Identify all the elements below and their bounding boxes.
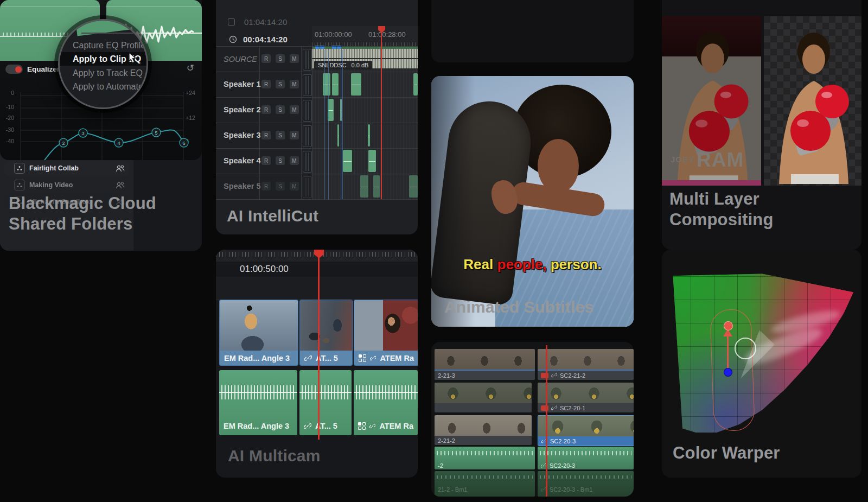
boxer-figure: [764, 20, 861, 186]
solo-button[interactable]: S: [276, 80, 285, 88]
menu-item-apply-automate[interactable]: Apply to Automate: [60, 80, 146, 93]
level-meter: [303, 49, 312, 71]
warp-target-point[interactable]: [724, 321, 733, 331]
video-clip[interactable]: [435, 383, 532, 412]
clip-label: SC2-20-3: [538, 461, 634, 469]
project-library-item[interactable]: Fairlight Collab: [4, 161, 129, 176]
track-name: Speaker 2: [224, 105, 261, 114]
feature-grid-page: Cloud Storage BETA All Storage Cloud Fol…: [0, 0, 868, 502]
ruler-timecode: 01:00:28:00: [368, 30, 406, 39]
solo-button[interactable]: S: [276, 54, 285, 63]
flag-line: [341, 50, 341, 199]
row-divider: [216, 72, 418, 72]
link-icon: [304, 422, 311, 430]
clock-icon: [229, 35, 237, 43]
audio-clip-atem[interactable]: ATEM Ra: [354, 370, 418, 435]
card-caption: AI Multicam: [228, 446, 321, 466]
mute-button[interactable]: M: [290, 54, 299, 63]
mute-button[interactable]: M: [290, 105, 299, 114]
audio-clip-angle3[interactable]: EM Rad... Angle 3: [219, 370, 297, 435]
row-divider: [216, 174, 418, 174]
multiview-grid-icon: [358, 422, 366, 430]
video-clip[interactable]: 2-21-3: [435, 349, 535, 380]
audio-clip[interactable]: [337, 124, 339, 147]
solo-button[interactable]: S: [276, 105, 285, 114]
audio-clip[interactable]: [368, 124, 370, 147]
solo-button[interactable]: S: [276, 156, 285, 165]
timeline-ruler[interactable]: 01:00:00:00 01:00:28:00: [312, 26, 418, 47]
record-arm-button[interactable]: R: [261, 156, 271, 165]
audio-clip[interactable]: [373, 175, 380, 198]
track-name: Speaker 3: [224, 131, 261, 139]
audio-clip[interactable]: [351, 73, 361, 96]
marker-icon: [228, 18, 235, 26]
level-meter: [303, 125, 312, 147]
audio-clip[interactable]: [332, 73, 339, 96]
shared-users-icon: [116, 182, 125, 189]
audio-clip[interactable]: [360, 175, 368, 198]
video-clip-selected[interactable]: SC2-20-3: [538, 415, 634, 446]
menu-item-capture-eq[interactable]: Capture EQ Profile: [60, 39, 146, 52]
video-clip[interactable]: SC2-20-1: [538, 383, 634, 412]
solo-button[interactable]: S: [276, 131, 285, 139]
audio-clip-at5[interactable]: AT... 5: [299, 370, 352, 435]
eq-node-5: 5: [155, 130, 157, 136]
project-library-label: Making Video: [29, 181, 111, 189]
record-arm-button[interactable]: R: [261, 182, 271, 190]
flag-line: [328, 50, 329, 199]
audio-clip[interactable]: [409, 175, 418, 198]
warp-source-point[interactable]: [724, 368, 732, 377]
card-caption: Multi Layer Compositing: [669, 189, 774, 230]
film-thumbnails: [538, 416, 634, 437]
video-clip[interactable]: SC2-21-2: [538, 349, 634, 380]
timecode-main: 00:04:14:20: [243, 35, 288, 44]
picker-circle[interactable]: [735, 338, 756, 359]
playhead-line[interactable]: [318, 257, 320, 440]
track-name-source: SOURCE: [224, 55, 257, 63]
mute-button[interactable]: M: [290, 182, 299, 190]
clip-gain: 0.0 dB: [352, 62, 369, 68]
multiview-grid-icon: [359, 354, 366, 362]
clip-label-text: ATEM Ra: [379, 422, 413, 430]
video-clip-wide[interactable]: AT... 5: [299, 300, 353, 366]
waveform: [437, 475, 533, 479]
record-arm-button[interactable]: R: [261, 105, 271, 114]
menu-item-apply-track-eq[interactable]: Apply to Track EQ: [60, 66, 146, 80]
audio-clip-dim[interactable]: SC2-20-3 - Bm1: [538, 471, 634, 497]
mute-button[interactable]: M: [290, 80, 299, 88]
film-thumbnails: [435, 383, 532, 404]
audio-clip-dim[interactable]: 21-2 - Bm1: [435, 471, 535, 497]
clip-label: EM Rad... Angle 3: [219, 419, 297, 433]
row-divider: [216, 148, 418, 149]
mute-button[interactable]: M: [290, 131, 299, 139]
eq-node-4: 4: [117, 141, 120, 146]
playhead-line[interactable]: [381, 33, 382, 199]
poster-word-joey: JOEY: [671, 155, 694, 164]
record-arm-button[interactable]: R: [261, 54, 271, 63]
solo-button[interactable]: S: [276, 182, 285, 190]
project-library-item[interactable]: Making Video: [4, 177, 129, 193]
video-thumbnail: [220, 300, 298, 351]
level-meter: [303, 100, 312, 122]
audio-clip[interactable]: [413, 73, 418, 96]
subtitle-word-red: people,: [497, 256, 547, 272]
audio-clip[interactable]: SC2-20-3: [538, 447, 634, 469]
video-clip[interactable]: 2-21-2: [435, 415, 532, 445]
record-arm-button[interactable]: R: [261, 131, 271, 139]
video-clip-angle3[interactable]: EM Rad... Angle 3: [219, 300, 298, 366]
waveform: [437, 451, 533, 455]
audio-clip[interactable]: [368, 150, 376, 172]
clip-label-text: 2-21-2: [438, 437, 455, 444]
record-arm-button[interactable]: R: [261, 80, 271, 88]
mute-button[interactable]: M: [290, 156, 299, 165]
audio-clip[interactable]: -2: [435, 447, 535, 469]
audio-clip[interactable]: [343, 150, 352, 172]
film-thumbnails: [538, 383, 634, 404]
clip-label-selected: SC2-20-3: [538, 436, 634, 446]
playhead-line[interactable]: [546, 345, 547, 497]
equalizer-card: Equalizer ↺ 0 -10 -20 -30 -40 +24 +12 0: [0, 0, 202, 160]
track-name: Speaker 1: [224, 80, 261, 88]
video-clip-atem[interactable]: ATEM Ra: [354, 300, 418, 366]
warp-vector-line: [727, 335, 729, 370]
empty-card-top-mid: [431, 0, 634, 62]
